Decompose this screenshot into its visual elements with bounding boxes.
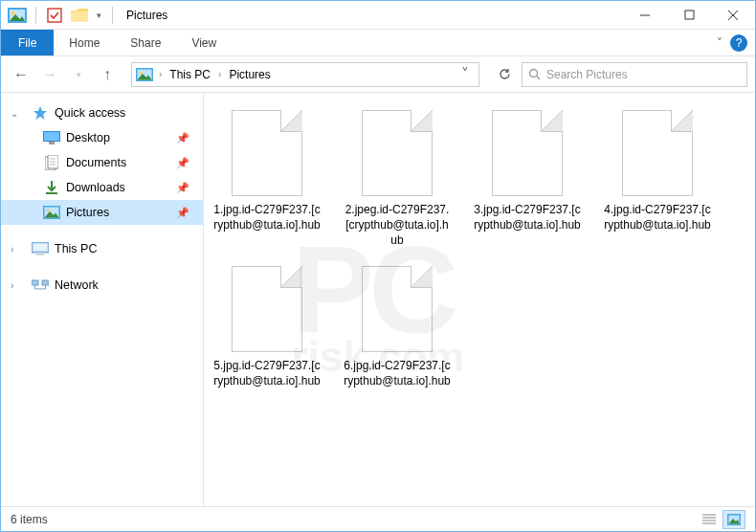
search-placeholder: Search Pictures	[546, 68, 628, 81]
statusbar: 6 items	[1, 506, 755, 531]
svg-point-2	[11, 11, 15, 15]
pin-icon: 📌	[176, 182, 189, 194]
sidebar-item-downloads[interactable]: Downloads 📌	[1, 175, 203, 200]
svg-rect-26	[33, 244, 48, 252]
separator	[35, 7, 36, 24]
sidebar-item-pictures[interactable]: Pictures 📌	[1, 200, 203, 225]
body: PC risk.com ⌄ Quick access Desktop 📌 Doc…	[1, 93, 755, 506]
tab-view[interactable]: View	[176, 30, 232, 55]
file-item[interactable]: 4.jpg.id-C279F237.[crypthub@tuta.io].hub	[604, 110, 711, 249]
details-view-button[interactable]	[698, 510, 721, 529]
blank-file-icon	[362, 266, 433, 352]
sidebar-quick-access[interactable]: ⌄ Quick access	[1, 100, 203, 125]
explorer-window: ▾ Pictures File Home Share View ˅ ? ← → …	[0, 0, 756, 532]
network-icon	[32, 277, 49, 293]
ribbon-expand-icon[interactable]: ˅	[717, 36, 723, 50]
pin-icon: 📌	[176, 132, 189, 144]
svg-rect-27	[36, 253, 44, 255]
svg-rect-3	[48, 9, 61, 22]
sidebar-network[interactable]: › Network	[1, 273, 203, 298]
file-item[interactable]: 6.jpg.id-C279F237.[crypthub@tuta.io].hub	[344, 266, 451, 388]
blank-file-icon	[362, 110, 433, 196]
blank-file-icon	[492, 110, 563, 196]
close-button[interactable]	[711, 1, 755, 30]
refresh-button[interactable]	[491, 62, 518, 87]
blank-file-icon	[622, 110, 693, 196]
maximize-button[interactable]	[667, 1, 711, 30]
file-view[interactable]: 1.jpg.id-C279F237.[crypthub@tuta.io].hub…	[204, 93, 755, 506]
large-icons-view-button[interactable]	[723, 510, 745, 529]
svg-rect-5	[685, 11, 694, 19]
navbar: ← → ▾ ↑ › This PC › Pictures ˅ Search Pi…	[1, 56, 755, 93]
star-icon	[32, 105, 49, 121]
file-item[interactable]: 2.jpeg.id-C279F237.[crypthub@tuta.io].hu…	[344, 110, 451, 249]
file-tab[interactable]: File	[1, 30, 54, 55]
folder-icon[interactable]	[69, 5, 90, 26]
file-item[interactable]: 3.jpg.id-C279F237.[crypthub@tuta.io].hub	[474, 110, 581, 249]
address-dropdown-icon[interactable]: ˅	[456, 65, 475, 83]
ribbon: File Home Share View ˅ ?	[1, 30, 755, 56]
breadcrumb-pictures[interactable]: Pictures	[227, 68, 272, 81]
sidebar-item-documents[interactable]: Documents 📌	[1, 150, 203, 175]
back-button[interactable]: ←	[9, 62, 33, 87]
chevron-right-icon[interactable]: ›	[11, 244, 13, 255]
tab-share[interactable]: Share	[115, 30, 176, 55]
sidebar-item-label: Quick access	[55, 106, 125, 120]
file-label: 2.jpeg.id-C279F237.[crypthub@tuta.io].hu…	[344, 202, 451, 249]
svg-point-11	[530, 70, 538, 78]
svg-line-12	[537, 77, 541, 80]
help-icon[interactable]: ?	[730, 34, 747, 52]
navigation-pane: ⌄ Quick access Desktop 📌 Documents 📌 Dow…	[1, 93, 204, 506]
svg-rect-15	[49, 142, 55, 144]
tab-home[interactable]: Home	[54, 30, 115, 55]
desktop-icon	[43, 130, 60, 145]
sidebar-this-pc[interactable]: › This PC	[1, 236, 203, 261]
titlebar: ▾ Pictures	[1, 1, 755, 30]
address-bar[interactable]: › This PC › Pictures ˅	[131, 62, 479, 87]
minimize-button[interactable]	[623, 1, 667, 30]
separator	[112, 7, 113, 24]
pin-icon: 📌	[176, 207, 189, 219]
svg-rect-29	[42, 280, 49, 285]
file-item[interactable]: 1.jpg.id-C279F237.[crypthub@tuta.io].hub	[213, 110, 321, 249]
computer-icon	[32, 241, 49, 256]
file-label: 3.jpg.id-C279F237.[crypthub@tuta.io].hub	[474, 202, 581, 233]
recent-locations-icon[interactable]: ▾	[66, 62, 91, 87]
pictures-icon	[43, 205, 60, 220]
window-controls	[623, 1, 755, 30]
sidebar-item-label: Documents	[66, 156, 126, 169]
sidebar-item-label: Downloads	[66, 181, 125, 194]
up-button[interactable]: ↑	[95, 62, 120, 87]
chevron-right-icon[interactable]: ›	[157, 69, 164, 79]
search-input[interactable]: Search Pictures	[522, 62, 747, 87]
search-icon	[528, 68, 541, 80]
svg-rect-28	[32, 280, 38, 285]
sidebar-item-label: Desktop	[66, 131, 110, 144]
sidebar-item-label: This PC	[55, 242, 97, 255]
pictures-icon	[136, 68, 153, 81]
forward-button[interactable]: →	[37, 62, 62, 87]
chevron-down-icon[interactable]: ⌄	[11, 108, 18, 119]
window-title: Pictures	[126, 9, 167, 22]
pin-icon: 📌	[176, 157, 189, 169]
chevron-right-icon[interactable]: ›	[11, 280, 13, 291]
sidebar-item-desktop[interactable]: Desktop 📌	[1, 125, 203, 150]
file-label: 6.jpg.id-C279F237.[crypthub@tuta.io].hub	[344, 358, 451, 388]
file-item[interactable]: 5.jpg.id-C279F237.[crypthub@tuta.io].hub	[213, 266, 321, 388]
chevron-right-icon[interactable]: ›	[216, 69, 223, 79]
file-label: 1.jpg.id-C279F237.[crypthub@tuta.io].hub	[213, 202, 321, 233]
item-count: 6 items	[11, 513, 48, 526]
svg-rect-14	[44, 132, 59, 141]
quick-access-toolbar: ▾ Pictures	[1, 5, 167, 26]
file-label: 4.jpg.id-C279F237.[crypthub@tuta.io].hub	[604, 202, 711, 233]
sidebar-item-label: Pictures	[66, 206, 109, 219]
properties-icon[interactable]	[44, 5, 65, 26]
breadcrumb-this-pc[interactable]: This PC	[167, 68, 212, 81]
file-label: 5.jpg.id-C279F237.[crypthub@tuta.io].hub	[213, 358, 321, 388]
blank-file-icon	[232, 110, 302, 196]
file-grid: 1.jpg.id-C279F237.[crypthub@tuta.io].hub…	[213, 110, 745, 388]
qat-dropdown-icon[interactable]: ▾	[94, 11, 104, 20]
svg-point-24	[46, 209, 49, 211]
pictures-library-icon	[7, 5, 28, 26]
downloads-icon	[43, 180, 60, 195]
